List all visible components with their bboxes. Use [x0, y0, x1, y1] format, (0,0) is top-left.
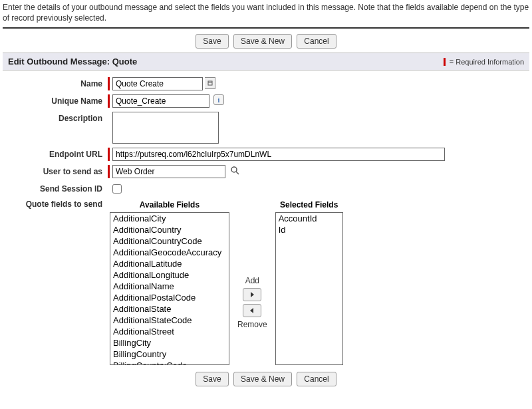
spacer: [108, 182, 110, 192]
row-session: Send Session ID: [3, 182, 529, 194]
save-new-button[interactable]: Save & New: [233, 34, 292, 49]
row-endpoint: Endpoint URL: [3, 148, 529, 161]
row-description: Description: [3, 112, 529, 144]
spacer: [108, 112, 110, 144]
bottom-button-row: Save Save & New Cancel: [3, 372, 529, 386]
label-unique-name: Unique Name: [3, 94, 108, 106]
remove-label: Remove: [237, 320, 267, 329]
list-item[interactable]: AccountId: [276, 213, 342, 224]
svg-marker-5: [250, 308, 253, 313]
available-list[interactable]: AdditionalCityAdditionalCountryAdditiona…: [110, 212, 229, 365]
list-item[interactable]: AdditionalStateCode: [110, 315, 229, 326]
required-text: = Required Information: [450, 58, 524, 66]
add-button[interactable]: [243, 288, 261, 301]
intro-text: Enter the details of your outbound messa…: [3, 3, 529, 23]
label-session: Send Session ID: [3, 182, 108, 194]
label-name: Name: [3, 77, 108, 88]
save-button[interactable]: Save: [196, 372, 228, 386]
list-item[interactable]: BillingCity: [110, 337, 229, 348]
list-item[interactable]: AdditionalCity: [110, 213, 229, 224]
label-description: Description: [3, 112, 108, 123]
selected-column: Selected Fields AccountIdId: [275, 200, 343, 365]
svg-point-2: [231, 167, 237, 172]
row-user: User to send as: [3, 165, 529, 178]
required-marker: [108, 148, 110, 161]
lookup-icon[interactable]: [229, 165, 241, 177]
cancel-button[interactable]: Cancel: [297, 34, 336, 49]
session-checkbox[interactable]: [112, 184, 122, 194]
list-item[interactable]: BillingCountry: [110, 348, 229, 360]
required-info: = Required Information: [444, 58, 524, 66]
name-input[interactable]: [112, 77, 203, 90]
user-input[interactable]: [112, 165, 225, 178]
list-item[interactable]: AdditionalGeocodeAccuracy: [110, 247, 229, 258]
list-item[interactable]: AdditionalLongitude: [110, 269, 229, 281]
top-button-row: Save Save & New Cancel: [3, 34, 529, 49]
required-marker: [108, 165, 110, 178]
info-icon[interactable]: i: [213, 94, 224, 105]
save-new-button[interactable]: Save & New: [233, 372, 292, 386]
name-combo-icon[interactable]: [205, 77, 215, 89]
row-name: Name: [3, 77, 529, 90]
list-item[interactable]: Id: [276, 224, 342, 235]
transfer-buttons: Add Remove: [237, 200, 267, 365]
cancel-button[interactable]: Cancel: [297, 372, 336, 386]
list-item[interactable]: AdditionalStreet: [110, 326, 229, 337]
description-textarea[interactable]: [112, 112, 219, 144]
svg-line-3: [236, 172, 239, 174]
divider: [3, 27, 529, 29]
svg-marker-4: [251, 292, 254, 297]
label-endpoint: Endpoint URL: [3, 148, 108, 159]
selected-list[interactable]: AccountIdId: [275, 212, 343, 365]
remove-button[interactable]: [243, 304, 261, 317]
row-unique-name: Unique Name i: [3, 94, 529, 108]
label-user: User to send as: [3, 165, 108, 176]
required-icon: [444, 58, 446, 66]
add-label: Add: [245, 276, 259, 285]
available-column: Available Fields AdditionalCityAdditiona…: [110, 200, 229, 365]
list-item[interactable]: AdditionalState: [110, 303, 229, 315]
list-item[interactable]: BillingCountryCode: [110, 360, 229, 365]
list-item[interactable]: AdditionalCountryCode: [110, 235, 229, 247]
save-button[interactable]: Save: [196, 34, 228, 49]
section-title: Edit Outbound Message: Quote: [8, 57, 137, 67]
row-fields: Quote fields to send Available Fields Ad…: [3, 198, 529, 365]
endpoint-input[interactable]: [112, 148, 445, 161]
list-item[interactable]: AdditionalLatitude: [110, 258, 229, 269]
list-item[interactable]: AdditionalCountry: [110, 224, 229, 235]
list-item[interactable]: AdditionalName: [110, 281, 229, 292]
available-title: Available Fields: [140, 200, 200, 209]
svg-rect-0: [208, 81, 212, 85]
section-header: Edit Outbound Message: Quote = Required …: [3, 53, 529, 70]
dual-list: Available Fields AdditionalCityAdditiona…: [110, 200, 343, 365]
required-marker: [108, 77, 110, 90]
label-fields: Quote fields to send: [3, 198, 108, 209]
list-item[interactable]: AdditionalPostalCode: [110, 292, 229, 303]
required-marker: [108, 94, 110, 108]
unique-name-input[interactable]: [112, 94, 209, 108]
selected-title: Selected Fields: [280, 200, 338, 209]
